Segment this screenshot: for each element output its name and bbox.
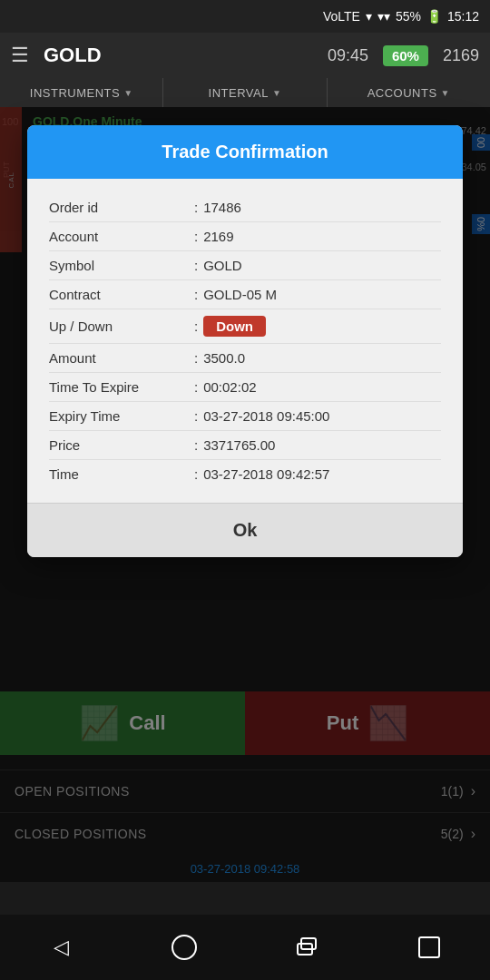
row-order-id: Order id : 17486 [49, 193, 441, 222]
val-price: 3371765.00 [203, 437, 441, 453]
accounts-chevron: ▼ [441, 88, 450, 98]
colon-account: : [194, 229, 198, 244]
square-button[interactable] [407, 925, 452, 970]
key-price: Price [49, 437, 194, 453]
nav-account: 2169 [443, 46, 479, 65]
val-order-id: 17486 [203, 200, 441, 215]
tab-instruments[interactable]: INSTRUMENTS ▼ [0, 78, 163, 107]
row-updown: Up / Down : Down [49, 309, 441, 344]
back-button[interactable]: ◁ [39, 925, 84, 970]
colon-amount: : [194, 350, 198, 366]
colon-time: : [194, 466, 198, 482]
ok-button[interactable]: Ok [197, 516, 294, 544]
trade-confirmation-modal: Trade Confirmation Order id : 17486 Acco… [27, 125, 463, 557]
colon-expiry-time: : [194, 408, 198, 424]
signal-icon: ▾▾ [377, 9, 390, 24]
battery-percent: 55% [396, 9, 421, 24]
interval-chevron: ▼ [272, 88, 281, 98]
interval-label: INTERVAL [209, 86, 269, 100]
val-account: 2169 [203, 229, 441, 244]
modal-footer: Ok [27, 503, 463, 557]
symbol-label: GOLD [44, 44, 313, 67]
colon-price: : [194, 437, 198, 453]
key-symbol: Symbol [49, 258, 194, 273]
row-price: Price : 3371765.00 [49, 431, 441, 460]
row-time-to-expire: Time To Expire : 00:02:02 [49, 373, 441, 402]
colon-contract: : [194, 287, 198, 302]
row-expiry-time: Expiry Time : 03-27-2018 09:45:00 [49, 402, 441, 431]
key-expiry-time: Expiry Time [49, 408, 194, 424]
val-symbol: GOLD [203, 258, 441, 273]
nav-time: 09:45 [328, 46, 368, 65]
key-account: Account [49, 229, 194, 244]
recent-icon [294, 935, 319, 960]
row-contract: Contract : GOLD-05 M [49, 280, 441, 309]
modal-body: Order id : 17486 Account : 2169 Symbol :… [27, 179, 463, 503]
volte-label: VoLTE [323, 9, 360, 24]
modal-title: Trade Confirmation [162, 142, 328, 162]
val-time-to-expire: 00:02:02 [203, 379, 441, 395]
sub-nav: INSTRUMENTS ▼ INTERVAL ▼ ACCOUNTS ▼ [0, 78, 490, 107]
colon-updown: : [194, 318, 198, 334]
modal-header: Trade Confirmation [27, 125, 463, 179]
home-button[interactable] [162, 925, 207, 970]
square-icon [418, 936, 440, 958]
key-updown: Up / Down [49, 318, 194, 334]
tab-interval[interactable]: INTERVAL ▼ [163, 78, 327, 107]
battery-icon: 🔋 [426, 9, 442, 24]
colon-order-id: : [194, 200, 198, 215]
colon-time-to-expire: : [194, 379, 198, 395]
wifi-icon: ▾ [366, 9, 372, 24]
val-time: 03-27-2018 09:42:57 [203, 466, 441, 482]
row-symbol: Symbol : GOLD [49, 251, 441, 280]
status-bar: VoLTE ▾ ▾▾ 55% 🔋 15:12 [0, 0, 490, 33]
home-circle-icon [172, 935, 197, 960]
val-amount: 3500.0 [203, 350, 441, 366]
key-order-id: Order id [49, 200, 194, 215]
key-contract: Contract [49, 287, 194, 302]
tab-accounts[interactable]: ACCOUNTS ▼ [328, 78, 490, 107]
colon-symbol: : [194, 258, 198, 273]
val-contract: GOLD-05 M [203, 287, 441, 302]
hamburger-icon[interactable]: ☰ [11, 45, 29, 65]
top-nav: ☰ GOLD 09:45 60% 2169 [0, 33, 490, 78]
row-account: Account : 2169 [49, 222, 441, 251]
modal-overlay: Trade Confirmation Order id : 17486 Acco… [0, 107, 490, 882]
key-time: Time [49, 466, 194, 482]
android-nav: ◁ [0, 915, 490, 980]
key-amount: Amount [49, 350, 194, 366]
percent-badge: 60% [383, 45, 428, 66]
clock: 15:12 [447, 9, 479, 24]
recent-button[interactable] [284, 925, 329, 970]
accounts-label: ACCOUNTS [368, 86, 437, 100]
val-updown: Down [203, 316, 266, 337]
val-expiry-time: 03-27-2018 09:45:00 [203, 408, 441, 424]
row-time: Time : 03-27-2018 09:42:57 [49, 460, 441, 488]
instruments-chevron: ▼ [123, 88, 132, 98]
row-amount: Amount : 3500.0 [49, 344, 441, 373]
instruments-label: INSTRUMENTS [30, 86, 120, 100]
key-time-to-expire: Time To Expire [49, 379, 194, 395]
